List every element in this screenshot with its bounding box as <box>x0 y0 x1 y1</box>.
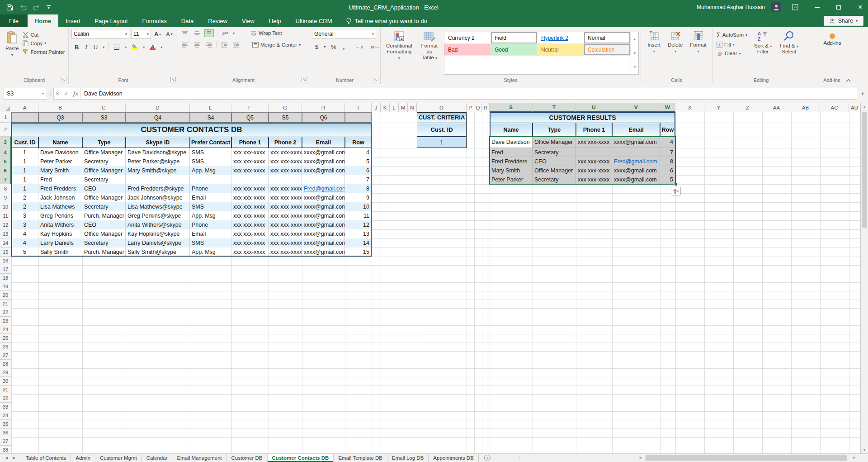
contacts-cell-E7[interactable] <box>190 175 231 184</box>
contacts-cell-D4[interactable]: Dave Davidson@skype <box>126 148 190 157</box>
fill-button[interactable]: ↓ Fill▾ <box>715 41 749 48</box>
results-cell-U3[interactable]: xxx xxx-xxxx <box>576 137 612 148</box>
column-header-AB[interactable]: AB <box>791 103 820 112</box>
contacts-cell-E4[interactable]: SMS <box>190 148 231 157</box>
contacts-cell-H8[interactable]: Fred@gmail.com <box>302 184 345 193</box>
row-header-14[interactable]: 14 <box>0 238 11 248</box>
contacts-cell-A4[interactable]: 1 <box>11 148 38 157</box>
contacts-cell-C10[interactable]: Secretary <box>82 202 126 211</box>
decrease-indent-icon[interactable] <box>220 42 228 48</box>
column-header-R[interactable]: R <box>482 103 490 112</box>
contacts-cell-C14[interactable]: Secretary <box>82 238 126 248</box>
tab-ultimate-crm[interactable]: Ultimate CRM <box>288 14 340 27</box>
gallery-up-icon[interactable]: ▲ <box>631 32 638 46</box>
number-dialog-launcher-icon[interactable]: ⇘ <box>373 77 378 82</box>
contacts-cell-I15[interactable]: 15 <box>345 248 372 257</box>
row-header-15[interactable]: 15 <box>0 248 11 257</box>
row-header-22[interactable]: 22 <box>0 308 11 317</box>
sheet-tab-customer-contacts-db[interactable]: Customer Contacts DB <box>268 454 334 462</box>
contacts-cell-I6[interactable]: 6 <box>345 166 372 175</box>
paste-button[interactable]: Paste ▾ <box>3 29 21 59</box>
contacts-cell-A12[interactable]: 3 <box>11 220 38 229</box>
row-header-6[interactable]: 6 <box>0 166 11 175</box>
vertical-scrollbar[interactable]: ▲ ▼ <box>860 103 868 453</box>
results-header-name[interactable]: Name <box>490 123 533 137</box>
minimize-button[interactable] <box>809 0 825 14</box>
increase-indent-icon[interactable] <box>231 42 240 48</box>
contacts-cell-E14[interactable]: SMS <box>190 238 231 248</box>
results-cell-T4[interactable]: Secretary <box>533 148 576 157</box>
conditional-formatting-button[interactable]: ≠ ConditionalFormatting ▾ <box>383 29 415 75</box>
results-cell-W6[interactable]: 6 <box>660 166 675 175</box>
row-header-3[interactable]: 3 <box>0 137 11 148</box>
contacts-cell-F6[interactable]: xxx xxx-xxxx <box>231 166 269 175</box>
email-hyperlink[interactable]: Fred@gmail.com <box>614 158 657 165</box>
scroll-up-icon[interactable]: ▲ <box>861 103 868 110</box>
contacts-header-row[interactable]: Row <box>345 137 372 148</box>
next-sheet-icon[interactable]: ► <box>12 456 16 460</box>
accounting-format-icon[interactable]: $ <box>314 43 320 51</box>
results-cell-U5[interactable]: xxx xxx-xxxx <box>576 157 612 166</box>
contacts-cell-G11[interactable]: xxx xxx-xxxx <box>269 211 302 220</box>
row-header-37[interactable]: 37 <box>0 437 11 446</box>
contacts-cell-C7[interactable]: Secretary <box>82 175 126 184</box>
row-header-35[interactable]: 35 <box>0 420 11 429</box>
scroll-down-icon[interactable]: ▼ <box>861 446 868 453</box>
underline-button[interactable]: U <box>92 43 99 52</box>
column-header-L[interactable]: L <box>390 103 399 112</box>
cell-style-normal[interactable]: Normal <box>584 32 631 44</box>
contacts-cell-F10[interactable]: xxx xxx-xxxx <box>231 202 269 211</box>
row-header-18[interactable]: 18 <box>0 274 11 282</box>
contacts-cell-G4[interactable]: xxx xxx-xxxx <box>269 148 302 157</box>
results-cell-T7[interactable]: Secretary <box>533 175 576 184</box>
contacts-cell-F14[interactable]: xxx xxx-xxxx <box>231 238 269 248</box>
column-header-AD[interactable]: AD <box>849 103 860 112</box>
results-cell-T3[interactable]: Office Manager <box>533 137 576 148</box>
results-header-row[interactable]: Row <box>660 123 675 137</box>
row-header-29[interactable]: 29 <box>0 368 11 377</box>
contacts-cell-E10[interactable]: SMS <box>190 202 231 211</box>
contacts-cell-G15[interactable]: xxx xxx-xxxx <box>269 248 302 257</box>
contacts-db-title[interactable]: CUSTOMER CONTACTS DB <box>11 123 372 137</box>
column-header-H[interactable]: H <box>302 103 345 112</box>
user-name[interactable]: Muhammad Asghar Hussain <box>697 4 765 10</box>
row-header-31[interactable]: 31 <box>0 386 11 394</box>
contacts-cell-C13[interactable]: Office Manager <box>82 229 126 238</box>
gallery-more-icon[interactable]: ⊽ <box>631 60 638 74</box>
clipboard-dialog-launcher-icon[interactable]: ⇘ <box>61 77 66 82</box>
insert-cells-button[interactable]: Insert▾ <box>645 29 663 75</box>
helper-cell-B1[interactable]: Q3 <box>38 112 82 123</box>
contacts-header-phone-2[interactable]: Phone 2 <box>269 137 302 148</box>
contacts-cell-H7[interactable] <box>302 175 345 184</box>
row-header-2[interactable]: 2 <box>0 123 11 137</box>
contacts-cell-H11[interactable]: xxxx@gmail.com <box>302 211 345 220</box>
scroll-right-icon[interactable]: ► <box>851 456 858 460</box>
criteria-value[interactable]: 1 <box>417 137 467 148</box>
results-cell-W4[interactable]: 7 <box>660 148 675 157</box>
results-cell-U4[interactable] <box>576 148 612 157</box>
tab-formulas[interactable]: Formulas <box>135 14 174 27</box>
contacts-cell-F7[interactable] <box>231 175 269 184</box>
contacts-cell-G13[interactable]: xxx xxx-xxxx <box>269 229 302 238</box>
sheet-tab-calendar[interactable]: Calendar <box>142 454 173 462</box>
contacts-cell-B6[interactable]: Mary Smith <box>38 166 82 175</box>
row-header-33[interactable]: 33 <box>0 403 11 411</box>
format-cells-button[interactable]: Format▾ <box>687 29 709 75</box>
row-header-34[interactable]: 34 <box>0 411 11 420</box>
row-header-10[interactable]: 10 <box>0 202 11 211</box>
save-icon[interactable] <box>6 4 13 11</box>
tab-file[interactable]: File <box>0 14 28 27</box>
column-header-Z[interactable]: Z <box>733 103 762 112</box>
addins-button[interactable]: Add-ins <box>813 29 852 48</box>
contacts-cell-A14[interactable]: 4 <box>11 238 38 248</box>
contacts-cell-E6[interactable]: App. Msg <box>190 166 231 175</box>
sort-filter-button[interactable]: AZ Sort & ▾Filter <box>751 29 774 75</box>
contacts-cell-A11[interactable]: 3 <box>11 211 38 220</box>
contacts-cell-C6[interactable]: Office Manager <box>82 166 126 175</box>
contacts-cell-A15[interactable]: 5 <box>11 248 38 257</box>
namebox-splitter[interactable]: ⋮ <box>47 90 53 96</box>
row-header-9[interactable]: 9 <box>0 193 11 202</box>
column-header-I[interactable]: I <box>345 103 372 112</box>
contacts-cell-B12[interactable]: Anita Withers <box>38 220 82 229</box>
close-button[interactable]: × <box>853 0 868 14</box>
